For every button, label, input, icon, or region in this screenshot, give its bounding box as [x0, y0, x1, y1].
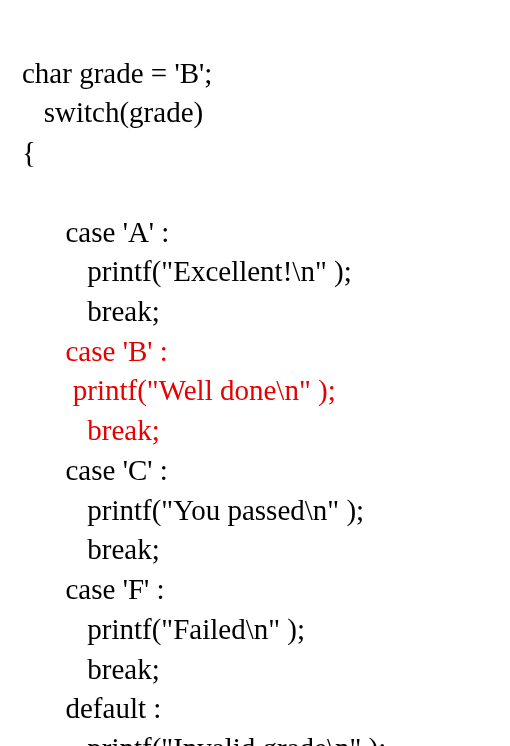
- code-line-12: printf("You passed\n" );: [22, 494, 364, 526]
- code-line-9-highlighted: printf("Well done\n" );: [22, 374, 336, 406]
- code-line-1: char grade = 'B';: [22, 57, 212, 89]
- code-line-6: printf("Excellent!\n" );: [22, 255, 352, 287]
- code-line-5: case 'A' :: [22, 216, 169, 248]
- code-line-13: break;: [22, 533, 160, 565]
- code-line-11: case 'C' :: [22, 454, 168, 486]
- code-listing: char grade = 'B'; switch(grade) { case '…: [22, 14, 510, 746]
- code-line-3: {: [22, 136, 36, 168]
- code-line-18: printf("Invalid grade\n" );: [22, 732, 386, 746]
- code-line-8-highlighted: case 'B' :: [22, 335, 168, 367]
- code-line-2: switch(grade): [22, 96, 203, 128]
- code-line-16: break;: [22, 653, 160, 685]
- code-line-15: printf("Failed\n" );: [22, 613, 305, 645]
- code-line-10-highlighted: break;: [22, 414, 160, 446]
- code-line-7: break;: [22, 295, 160, 327]
- code-line-14: case 'F' :: [22, 573, 165, 605]
- code-line-17: default :: [22, 692, 161, 724]
